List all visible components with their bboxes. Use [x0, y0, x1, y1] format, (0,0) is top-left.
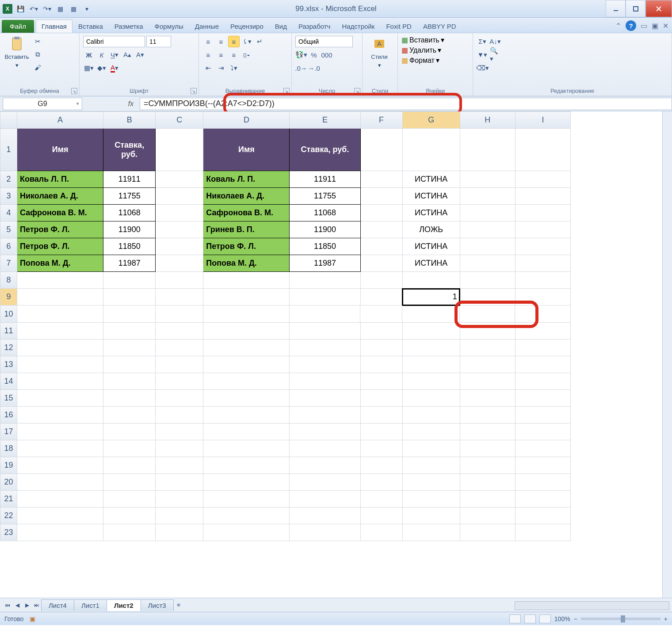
cell-I3[interactable] [515, 188, 570, 205]
bold-button[interactable]: Ж [83, 49, 95, 61]
cell-H3[interactable] [460, 188, 515, 205]
cell-H1[interactable] [460, 129, 515, 171]
cell-A1[interactable]: Имя [17, 129, 103, 171]
zoom-slider[interactable] [581, 618, 661, 620]
shrink-font-button[interactable]: A▾ [134, 49, 146, 61]
align-bottom-button[interactable]: ≡ [228, 36, 240, 47]
cell-C8[interactable] [156, 272, 203, 289]
cell-B9[interactable] [103, 289, 156, 305]
col-header-G[interactable]: G [402, 112, 460, 129]
macro-record-icon[interactable]: ▣ [30, 615, 35, 622]
align-top-button[interactable]: ≡ [202, 36, 214, 47]
tab-layout[interactable]: Разметка [109, 19, 149, 33]
cell-I1[interactable] [515, 129, 570, 171]
increase-decimal-button[interactable]: .0→ [295, 62, 307, 74]
cell-B8[interactable] [103, 272, 156, 289]
comma-button[interactable]: 000 [321, 49, 332, 61]
col-header-D[interactable]: D [203, 112, 290, 129]
cell-I6[interactable] [515, 238, 570, 255]
help-icon[interactable]: ? [626, 20, 636, 31]
zoom-in-button[interactable]: + [664, 615, 668, 622]
cell-G2[interactable]: ИСТИНА [402, 171, 460, 188]
cell-H2[interactable] [460, 171, 515, 188]
cell-D3[interactable]: Николаев А. Д. [203, 188, 290, 205]
cell-D7[interactable]: Попова М. Д. [203, 255, 290, 272]
cells-format-button[interactable]: ▦ Формат ▾ [401, 56, 439, 65]
qat-redo-button[interactable]: ↷▾ [42, 4, 52, 14]
cell-C6[interactable] [156, 238, 203, 255]
tab-review[interactable]: Рецензиро [225, 19, 269, 33]
cell-D4[interactable]: Сафронова В. М. [203, 205, 290, 221]
tab-developer[interactable]: Разработч [293, 19, 336, 33]
col-header-B[interactable]: B [103, 112, 156, 129]
cell-F6[interactable] [360, 238, 402, 255]
cell-G1[interactable] [402, 129, 460, 171]
italic-button[interactable]: К [96, 49, 107, 61]
merge-button[interactable]: ⩂▾ [241, 49, 252, 61]
view-pagebreak-button[interactable] [539, 614, 551, 623]
cell-H5[interactable] [460, 221, 515, 238]
row-header-16[interactable]: 16 [0, 407, 17, 424]
tab-home[interactable]: Главная [36, 19, 73, 33]
cell-A5[interactable]: Петров Ф. Л. [17, 221, 103, 238]
row-header-3[interactable]: 3 [0, 188, 17, 205]
col-header-A[interactable]: A [17, 112, 103, 129]
tab-foxit[interactable]: Foxit PD [380, 19, 417, 33]
cell-H4[interactable] [460, 205, 515, 221]
window-maximize-button[interactable] [626, 0, 645, 17]
cell-D6[interactable]: Петров Ф. Л. [203, 238, 290, 255]
view-layout-button[interactable] [524, 614, 536, 623]
cell-F1[interactable] [360, 129, 402, 171]
cells-insert-button[interactable]: ▦ Вставить ▾ [401, 36, 444, 44]
find-button[interactable]: 🔍▾ [489, 49, 501, 61]
alignment-launcher-icon[interactable]: ↘ [283, 88, 290, 94]
qat-save-button[interactable]: 💾 [15, 4, 26, 14]
cell-D8[interactable] [203, 272, 290, 289]
row-header-11[interactable]: 11 [0, 323, 17, 340]
sheet-tab-1[interactable]: Лист1 [74, 599, 107, 611]
number-format-select[interactable] [295, 36, 353, 47]
decrease-decimal-button[interactable]: →.0 [308, 62, 320, 74]
font-name-input[interactable] [83, 36, 145, 47]
sheet-tab-2[interactable]: Лист2 [107, 599, 141, 611]
cell-H8[interactable] [460, 272, 515, 289]
cell-A9[interactable] [17, 289, 103, 305]
row-header-21[interactable]: 21 [0, 491, 17, 507]
qat-customize-icon[interactable]: ▾ [81, 4, 92, 14]
sheet-tab-0[interactable]: Лист4 [41, 599, 74, 611]
name-box[interactable]: G9 [3, 98, 82, 110]
decrease-indent-button[interactable]: ⇤ [202, 62, 214, 74]
qat-undo-button[interactable]: ↶▾ [28, 4, 39, 14]
col-header-F[interactable]: F [360, 112, 402, 129]
cell-H9[interactable] [460, 289, 515, 305]
cell-D9[interactable] [203, 289, 290, 305]
increase-indent-button[interactable]: ⇥ [215, 62, 227, 74]
col-header-E[interactable]: E [290, 112, 360, 129]
cell-C4[interactable] [156, 205, 203, 221]
row-header-13[interactable]: 13 [0, 356, 17, 373]
worksheet-grid[interactable]: A B C D E F G H I 1 Имя Ставка, руб. Имя… [0, 111, 672, 598]
qat-more-2[interactable]: ▦ [68, 4, 79, 14]
cell-E9[interactable] [290, 289, 360, 305]
sheet-nav-prev[interactable]: ◀ [12, 600, 22, 610]
row-header-5[interactable]: 5 [0, 221, 17, 238]
cell-D1[interactable]: Имя [203, 129, 290, 171]
vertical-scrollbar[interactable] [662, 111, 672, 598]
copy-button[interactable]: ⧉ [32, 49, 43, 60]
tab-file[interactable]: Файл [2, 20, 34, 33]
cell-F4[interactable] [360, 205, 402, 221]
row-header-6[interactable]: 6 [0, 238, 17, 255]
grow-font-button[interactable]: A▴ [122, 49, 133, 61]
cell-G3[interactable]: ИСТИНА [402, 188, 460, 205]
cell-I5[interactable] [515, 221, 570, 238]
cell-D5[interactable]: Гринев В. П. [203, 221, 290, 238]
cell-I4[interactable] [515, 205, 570, 221]
cell-F9[interactable] [360, 289, 402, 305]
cell-F2[interactable] [360, 171, 402, 188]
align-middle-button[interactable]: ≡ [215, 36, 227, 47]
cell-H7[interactable] [460, 255, 515, 272]
cell-A4[interactable]: Сафронова В. М. [17, 205, 103, 221]
tab-abbyy[interactable]: ABBYY PD [417, 19, 462, 33]
row-header-10[interactable]: 10 [0, 305, 17, 323]
tab-view[interactable]: Вид [269, 19, 293, 33]
